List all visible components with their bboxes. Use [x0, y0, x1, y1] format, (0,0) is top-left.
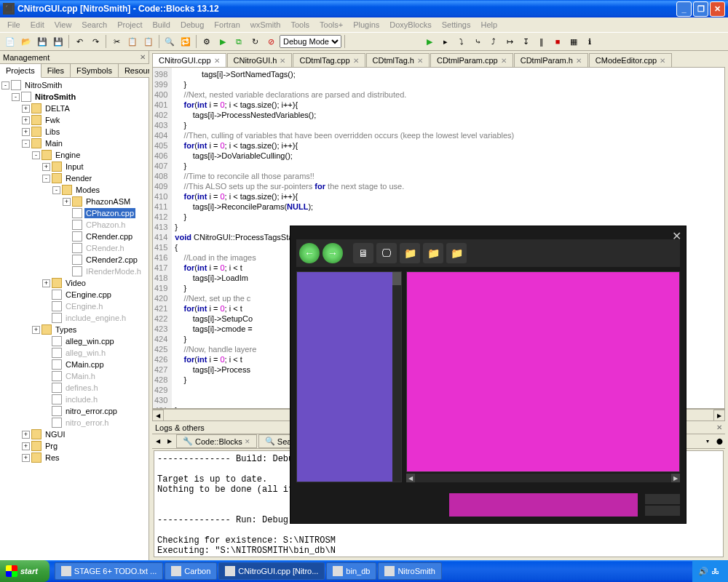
expander-icon[interactable]: + [63, 198, 71, 206]
debug-windows-icon[interactable]: ▦ [566, 34, 581, 49]
mgmt-tab-fsymbols[interactable]: FSymbols [71, 64, 119, 77]
file-tab[interactable]: CNitroGUI.h✕ [227, 53, 293, 67]
find-icon[interactable]: 🔍 [162, 34, 177, 49]
system-tray[interactable]: 🔊 🖧 [692, 560, 728, 582]
file-tab[interactable]: CDtmlTag.h✕ [366, 53, 430, 67]
taskbar-item[interactable]: NitroSmith [378, 562, 441, 580]
scroll-right-icon[interactable]: ▶ [671, 474, 680, 482]
tree-node[interactable]: defines.h [1, 382, 147, 394]
tree-node[interactable]: alleg_win.cpp [1, 335, 147, 347]
mgmt-tab-files[interactable]: Files [41, 64, 71, 77]
close-button[interactable]: ✕ [710, 1, 725, 17]
expander-icon[interactable]: - [12, 93, 20, 101]
nitro-left-scrollbar[interactable] [392, 272, 401, 482]
nitro-left-panel[interactable] [296, 271, 402, 482]
expander-icon[interactable]: + [22, 105, 30, 113]
file-tab[interactable]: CNitroGUI.cpp✕ [152, 53, 226, 67]
menu-doxyblocks[interactable]: DoxyBlocks [385, 19, 435, 31]
tab-close-icon[interactable]: ✕ [660, 57, 665, 65]
tree-node[interactable]: +PhazonASM [1, 196, 147, 207]
debug-step-in-icon[interactable]: ⤷ [470, 34, 485, 49]
logs-tab-prev-icon[interactable]: ◀ [152, 436, 164, 447]
file-tab[interactable]: CDtmlParam.cpp✕ [430, 53, 513, 67]
expander-icon[interactable]: + [22, 442, 30, 450]
taskbar-item[interactable]: Carbon [165, 562, 217, 580]
tree-node[interactable]: nitro_error.cpp [1, 405, 147, 417]
scroll-right-icon[interactable]: ▶ [713, 410, 725, 421]
debug-next-icon[interactable]: ⤵ [454, 34, 469, 49]
tree-node[interactable]: CRender2.cpp [1, 254, 147, 266]
expander-icon[interactable]: - [1, 81, 9, 89]
tree-node[interactable]: +Types [1, 324, 147, 335]
tree-node[interactable]: alleg_win.h [1, 347, 147, 359]
tab-close-icon[interactable]: ✕ [353, 57, 359, 65]
taskbar-item[interactable]: STAGE 6+ TODO.txt ... [55, 562, 163, 580]
debug-next-instr-icon[interactable]: ↦ [502, 34, 517, 49]
new-file-icon[interactable]: 📄 [3, 34, 17, 49]
debug-start-icon[interactable]: ▶ [422, 34, 437, 49]
stop-icon[interactable]: ⊘ [264, 34, 278, 49]
tree-node[interactable]: +Video [1, 277, 147, 289]
save-icon[interactable]: 💾 [35, 34, 50, 49]
nitro-color-preview[interactable] [449, 493, 638, 517]
taskbar-item[interactable]: bin_db [326, 562, 376, 580]
tray-icon[interactable]: 🖧 [711, 567, 719, 575]
menu-help[interactable]: Help [476, 19, 502, 31]
nitro-close-icon[interactable]: ✕ [672, 229, 681, 243]
debug-run-cursor-icon[interactable]: ▸ [438, 34, 453, 49]
expander-icon[interactable]: + [22, 431, 30, 439]
tree-node[interactable]: +Input [1, 161, 147, 172]
undo-icon[interactable]: ↶ [72, 34, 87, 49]
debug-step-instr-icon[interactable]: ↧ [518, 34, 533, 49]
nitro-tool1-icon[interactable]: 🖥 [353, 243, 373, 263]
scroll-left-icon[interactable]: ◀ [152, 410, 164, 421]
tree-node[interactable]: -Engine [1, 149, 147, 161]
nitro-folder-new-icon[interactable]: 📁 [423, 243, 443, 263]
expander-icon[interactable]: - [32, 151, 40, 159]
cut-icon[interactable]: ✂ [109, 34, 124, 49]
expander-icon[interactable]: + [22, 128, 30, 136]
tree-node[interactable]: CMain.cpp [1, 359, 147, 370]
replace-icon[interactable]: 🔁 [178, 34, 193, 49]
file-tab[interactable]: CModeEditor.cpp✕ [589, 53, 672, 67]
copy-icon[interactable]: 📋 [125, 34, 140, 49]
expander-icon[interactable]: - [52, 186, 60, 194]
menu-file[interactable]: File [3, 19, 25, 31]
tree-node[interactable]: include.h [1, 394, 147, 405]
minimize-button[interactable]: _ [676, 1, 692, 17]
tree-node[interactable]: +Prg [1, 440, 147, 452]
management-close-icon[interactable]: ✕ [140, 53, 146, 61]
tree-node[interactable]: CEngine.cpp [1, 289, 147, 300]
file-tab[interactable]: CDtmlParam.h✕ [514, 53, 588, 67]
tray-icon[interactable]: 🔊 [698, 567, 708, 576]
expander-icon[interactable]: + [42, 163, 50, 171]
redo-icon[interactable]: ↷ [88, 34, 103, 49]
debug-stop-icon[interactable]: ■ [550, 34, 565, 49]
expander-icon[interactable]: + [22, 116, 30, 124]
scroll-left-icon[interactable]: ◀ [406, 474, 415, 482]
tree-node[interactable]: CRender.h [1, 242, 147, 254]
expander-icon[interactable]: + [32, 326, 40, 334]
tab-close-icon[interactable]: ✕ [280, 57, 285, 65]
nitro-folder-fav-icon[interactable]: 📁 [446, 243, 467, 263]
menu-tools+[interactable]: Tools+ [315, 19, 347, 31]
paste-icon[interactable]: 📋 [141, 34, 156, 49]
file-tab[interactable]: CDtmlTag.cpp✕ [293, 53, 365, 67]
tab-close-icon[interactable]: ✕ [214, 57, 220, 65]
menu-settings[interactable]: Settings [438, 19, 475, 31]
tree-node[interactable]: CPhazon.h [1, 219, 147, 231]
logs-tab-opt-icon[interactable]: ⬤ [713, 436, 725, 447]
menu-plugins[interactable]: Plugins [349, 19, 384, 31]
debug-step-out-icon[interactable]: ⤴ [486, 34, 501, 49]
tab-close-icon[interactable]: ✕ [417, 57, 423, 65]
menu-build[interactable]: Build [148, 19, 174, 31]
menu-project[interactable]: Project [113, 19, 146, 31]
tree-node[interactable]: -Modes [1, 184, 147, 196]
build-icon[interactable]: ⚙ [199, 34, 214, 49]
expander-icon[interactable]: - [22, 140, 30, 148]
save-all-icon[interactable]: 💾 [51, 34, 66, 49]
nitro-side-btn-2[interactable] [645, 506, 680, 516]
run-icon[interactable]: ▶ [215, 34, 230, 49]
menu-debug[interactable]: Debug [176, 19, 208, 31]
logs-close-icon[interactable]: ✕ [716, 423, 722, 431]
